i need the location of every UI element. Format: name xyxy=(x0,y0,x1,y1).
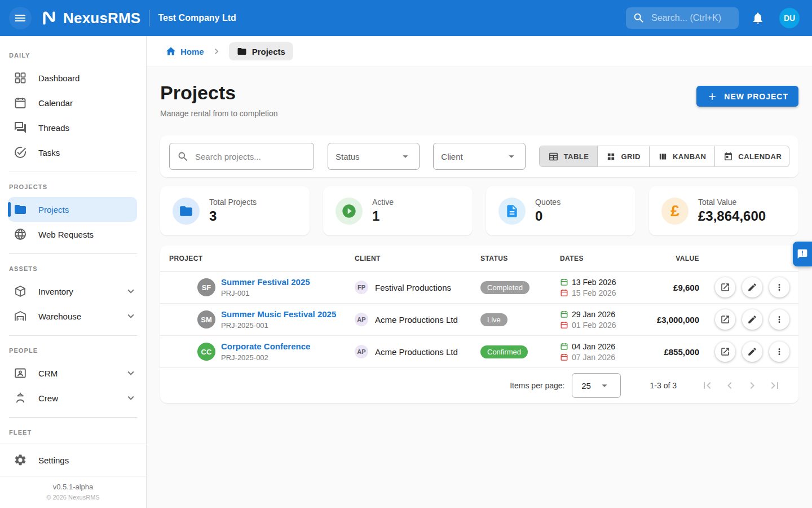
start-date-icon xyxy=(560,342,568,351)
more-vert-icon xyxy=(774,314,784,325)
copyright: © 2026 NexusRMS xyxy=(0,494,146,501)
edit-project-button[interactable] xyxy=(742,277,762,297)
pencil-icon xyxy=(747,314,757,325)
stat-total-projects: Total Projects 3 xyxy=(160,186,310,235)
bell-icon xyxy=(751,11,765,25)
column-header-dates: DATES xyxy=(560,255,650,262)
more-actions-button[interactable] xyxy=(769,277,789,297)
sidebar-item-tasks[interactable]: Tasks xyxy=(0,140,146,165)
project-search-field[interactable] xyxy=(169,143,314,170)
breadcrumb: Home Projects xyxy=(147,36,812,67)
stat-quotes: Quotes 0 xyxy=(486,186,636,235)
project-value: £3,000,000 xyxy=(650,315,699,325)
gear-icon xyxy=(14,453,27,467)
menu-button[interactable] xyxy=(9,7,32,29)
global-search[interactable] xyxy=(626,7,739,29)
sidebar-item-crm[interactable]: CRM xyxy=(0,361,146,386)
end-date-icon xyxy=(560,288,568,297)
more-actions-button[interactable] xyxy=(769,309,789,330)
client-avatar: FP xyxy=(355,281,368,294)
table-row: CC Corporate Conference PRJ-2025-002 AP … xyxy=(160,336,798,368)
client-avatar: AP xyxy=(355,313,368,326)
table-view-icon xyxy=(548,151,559,162)
search-icon xyxy=(633,12,645,24)
more-actions-button[interactable] xyxy=(769,341,789,362)
header-divider xyxy=(149,10,149,27)
open-project-button[interactable] xyxy=(715,309,735,330)
sidebar-footer: Settings v0.5.1-alpha © 2026 NexusRMS xyxy=(0,444,146,508)
sidebar-item-label: Inventory xyxy=(38,287,73,296)
sidebar-item-crew[interactable]: Crew xyxy=(0,386,146,410)
feedback-button[interactable] xyxy=(793,242,812,266)
sidebar-item-web-requests[interactable]: Web Requests xyxy=(0,222,146,247)
warehouse-icon xyxy=(14,309,27,323)
globe-icon xyxy=(14,227,27,241)
sidebar-item-threads[interactable]: Threads xyxy=(0,115,146,140)
app-bar: NexusRMS Test Company Ltd DU xyxy=(0,0,812,36)
project-name-link[interactable]: Summer Music Festival 2025 xyxy=(221,309,336,319)
column-header-status: STATUS xyxy=(480,255,560,262)
breadcrumb-home-link[interactable]: Home xyxy=(165,46,204,57)
view-kanban-button[interactable]: KANBAN xyxy=(649,146,714,167)
sidebar-item-dashboard[interactable]: Dashboard xyxy=(0,65,146,90)
chevron-right-icon xyxy=(211,46,222,57)
chevron-down-icon xyxy=(125,285,137,297)
sidebar-item-calendar[interactable]: Calendar xyxy=(0,90,146,115)
last-page-button[interactable] xyxy=(764,374,786,397)
active-indicator xyxy=(8,202,11,217)
open-project-button[interactable] xyxy=(715,277,735,297)
project-name-link[interactable]: Corporate Conference xyxy=(221,341,310,351)
edit-project-button[interactable] xyxy=(742,341,762,362)
view-calendar-button[interactable]: CALENDAR xyxy=(714,146,789,167)
company-name: Test Company Ltd xyxy=(158,13,236,23)
view-toggle-group: TABLE GRID KANBAN CALENDAR xyxy=(539,146,789,167)
sidebar-item-label: Threads xyxy=(38,123,69,133)
notifications-button[interactable] xyxy=(747,7,769,29)
global-search-input[interactable] xyxy=(650,12,732,24)
project-code: PRJ-2025-001 xyxy=(221,321,336,330)
client-avatar: AP xyxy=(355,345,368,358)
sidebar-item-label: Warehouse xyxy=(38,312,81,321)
folder-icon xyxy=(14,203,27,216)
items-per-page-select[interactable]: 25 xyxy=(572,373,621,398)
pencil-icon xyxy=(747,347,757,357)
folder-icon xyxy=(237,46,247,56)
user-avatar[interactable]: DU xyxy=(779,8,800,28)
edit-project-button[interactable] xyxy=(742,309,762,330)
dashboard-icon xyxy=(14,71,27,85)
sidebar-item-settings[interactable]: Settings xyxy=(0,448,146,472)
sidebar-item-projects[interactable]: Projects xyxy=(8,197,137,222)
view-table-button[interactable]: TABLE xyxy=(540,146,598,167)
first-page-icon xyxy=(700,379,714,392)
status-select[interactable]: Status xyxy=(328,143,420,170)
next-page-button[interactable] xyxy=(741,374,764,397)
project-name-link[interactable]: Summer Festival 2025 xyxy=(221,277,310,287)
plus-icon xyxy=(707,91,718,102)
sidebar-item-inventory[interactable]: Inventory xyxy=(0,279,146,304)
sidebar-item-label: Crew xyxy=(38,393,58,403)
open-project-button[interactable] xyxy=(715,341,735,362)
page-subtitle: Manage rental from to completion xyxy=(160,109,278,118)
client-select-label: Client xyxy=(441,152,462,161)
sidebar-item-warehouse[interactable]: Warehouse xyxy=(0,304,146,329)
client-select[interactable]: Client xyxy=(433,143,525,170)
project-search-input[interactable] xyxy=(194,151,306,162)
stat-value: 3 xyxy=(209,208,257,224)
chat-icon xyxy=(14,121,27,134)
breadcrumb-current: Projects xyxy=(229,42,293,60)
pencil-icon xyxy=(747,282,757,292)
sidebar-divider xyxy=(9,172,137,172)
stat-label: Quotes xyxy=(535,198,561,207)
pagination-range: 1-3 of 3 xyxy=(650,381,677,390)
home-icon xyxy=(165,46,176,57)
open-in-new-icon xyxy=(720,347,730,357)
new-project-button[interactable]: NEW PROJECT xyxy=(696,86,798,107)
table-pagination: Items per page: 25 1-3 of 3 xyxy=(160,368,798,403)
view-grid-button[interactable]: GRID xyxy=(597,146,649,167)
first-page-button[interactable] xyxy=(696,374,718,397)
menu-icon xyxy=(14,11,27,25)
previous-page-button[interactable] xyxy=(718,374,741,397)
folder-icon xyxy=(179,204,193,218)
sidebar-item-label: Tasks xyxy=(38,148,60,157)
end-date: 01 Feb 2026 xyxy=(572,321,616,330)
